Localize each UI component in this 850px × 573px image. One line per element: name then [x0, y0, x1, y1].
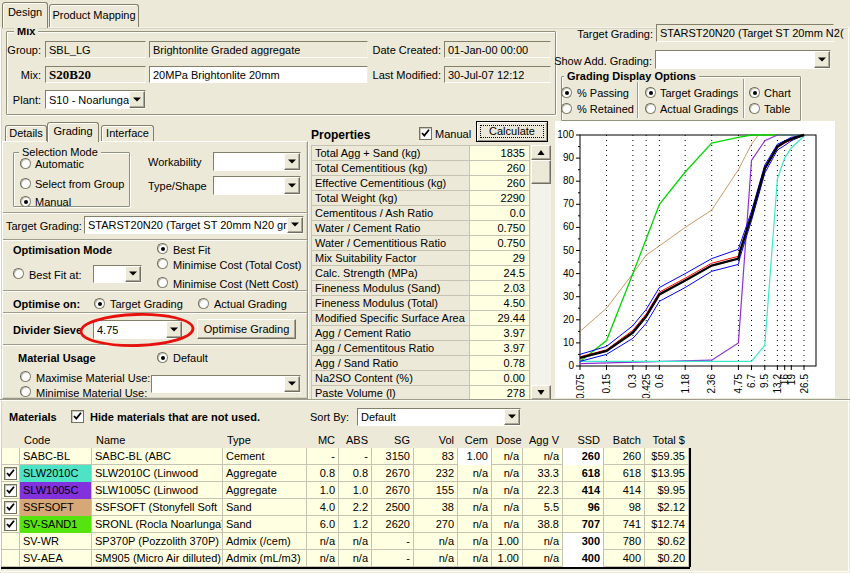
svg-text:2.36: 2.36	[706, 374, 717, 394]
svg-text:0.3: 0.3	[627, 374, 638, 388]
svg-text:0.15: 0.15	[601, 374, 612, 394]
svg-text:70: 70	[563, 198, 575, 209]
svg-text:10: 10	[563, 337, 575, 348]
svg-text:20: 20	[563, 314, 575, 325]
svg-text:0: 0	[568, 360, 574, 371]
svg-text:60: 60	[563, 221, 575, 232]
svg-text:6.7: 6.7	[746, 374, 757, 388]
svg-text:100: 100	[557, 129, 574, 140]
svg-text:0.075: 0.075	[575, 374, 586, 398]
svg-text:26.5: 26.5	[799, 374, 810, 394]
svg-text:90: 90	[563, 152, 575, 163]
svg-text:0.425: 0.425	[641, 374, 652, 398]
svg-text:30: 30	[563, 291, 575, 302]
svg-text:4.75: 4.75	[733, 374, 744, 394]
svg-text:80: 80	[563, 175, 575, 186]
svg-text:19: 19	[786, 374, 797, 386]
svg-text:1.18: 1.18	[680, 374, 691, 394]
svg-text:40: 40	[563, 268, 575, 279]
svg-text:9.5: 9.5	[759, 374, 770, 388]
svg-text:0.6: 0.6	[654, 374, 665, 388]
svg-text:50: 50	[563, 245, 575, 256]
